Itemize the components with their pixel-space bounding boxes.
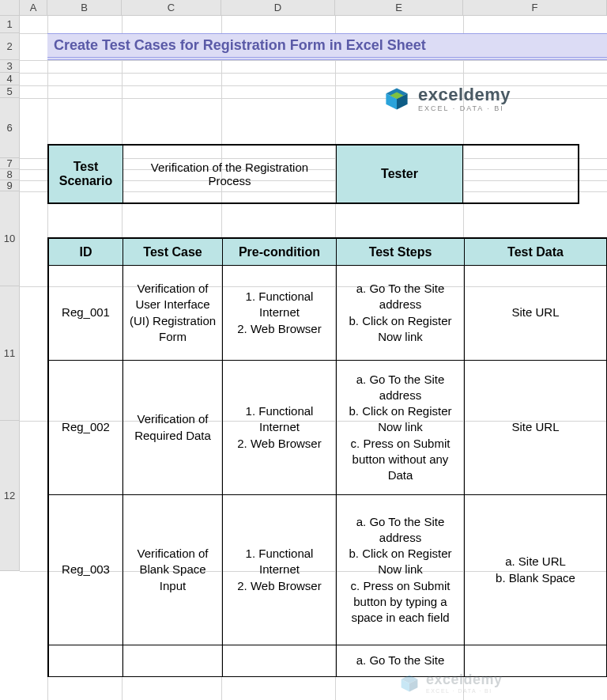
cell-id[interactable]: Reg_001	[49, 266, 123, 361]
col-id[interactable]: ID	[49, 239, 123, 266]
row-header-8[interactable]: 8	[0, 169, 20, 180]
brand-tagline: EXCEL · DATA · BI	[426, 688, 503, 694]
cell-steps[interactable]: a. Go To the Site address b. Click on Re…	[337, 495, 465, 645]
scenario-label: Test Scenario	[49, 146, 123, 202]
col-header-F[interactable]: F	[463, 0, 607, 16]
scenario-value[interactable]: Verification of the Registration Process	[123, 146, 337, 202]
row-headers: 123456789101112	[0, 16, 20, 571]
table-row: Reg_001Verification of User Interface (U…	[49, 266, 607, 361]
cube-icon	[383, 85, 410, 112]
cell-pre[interactable]: 1. Functional Internet 2. Web Browser	[223, 495, 337, 645]
row-header-4[interactable]: 4	[0, 73, 20, 85]
row-header-6[interactable]: 6	[0, 98, 20, 158]
cell-case[interactable]: Verification of User Interface (UI) Regi…	[123, 266, 223, 361]
watermark-logo: exceldemy EXCEL · DATA · BI	[399, 672, 503, 694]
tester-value[interactable]	[463, 146, 578, 202]
cell-data[interactable]: a. Site URL b. Blank Space	[465, 495, 607, 645]
row-header-9[interactable]: 9	[0, 180, 20, 191]
col-pre[interactable]: Pre-condition	[223, 239, 337, 266]
row-header-5[interactable]: 5	[0, 85, 20, 98]
sheet-title: Create Test Cases for Registration Form …	[47, 33, 607, 60]
col-header-C[interactable]: C	[122, 0, 221, 16]
testcase-table: ID Test Case Pre-condition Test Steps Te…	[47, 237, 607, 677]
row-header-2[interactable]: 2	[0, 33, 20, 60]
cell-id[interactable]: Reg_003	[49, 495, 123, 645]
col-data[interactable]: Test Data	[465, 239, 607, 266]
row-header-7[interactable]: 7	[0, 158, 20, 169]
tester-label: Tester	[337, 146, 463, 202]
col-header-B[interactable]: B	[47, 0, 122, 16]
brand-name: exceldemy	[426, 672, 503, 687]
cell-data[interactable]: Site URL	[465, 266, 607, 361]
brand-logo: exceldemy EXCEL · DATA · BI	[383, 85, 511, 112]
cell-pre[interactable]	[223, 645, 337, 677]
table-header-row: ID Test Case Pre-condition Test Steps Te…	[49, 239, 607, 266]
cell-case[interactable]: Verification of Blank Space Input	[123, 495, 223, 645]
col-steps[interactable]: Test Steps	[337, 239, 465, 266]
row-header-1[interactable]: 1	[0, 16, 20, 33]
cell-case[interactable]: Verification of Required Data	[123, 361, 223, 495]
table-row: Reg_002Verification of Required Data1. F…	[49, 361, 607, 495]
col-header-A[interactable]: A	[20, 0, 47, 16]
brand-name: exceldemy	[418, 86, 511, 104]
cell-id[interactable]	[49, 645, 123, 677]
table-row: a. Go To the Site	[49, 645, 607, 677]
col-case[interactable]: Test Case	[123, 239, 223, 266]
column-headers: ABCDEF	[20, 0, 607, 16]
row-header-10[interactable]: 10	[0, 191, 20, 286]
brand-tagline: EXCEL · DATA · BI	[418, 105, 511, 112]
cell-id[interactable]: Reg_002	[49, 361, 123, 495]
row-header-3[interactable]: 3	[0, 60, 20, 73]
cell-case[interactable]	[123, 645, 223, 677]
table-row: Reg_003Verification of Blank Space Input…	[49, 495, 607, 645]
cell-steps[interactable]: a. Go To the Site address b. Click on Re…	[337, 361, 465, 495]
cube-icon	[399, 673, 420, 694]
cell-pre[interactable]: 1. Functional Internet 2. Web Browser	[223, 266, 337, 361]
cell-data[interactable]: Site URL	[465, 361, 607, 495]
scenario-box: Test Scenario Verification of the Regist…	[47, 144, 579, 204]
col-header-E[interactable]: E	[335, 0, 463, 16]
worksheet-grid[interactable]: Create Test Cases for Registration Form …	[20, 16, 607, 700]
row-header-11[interactable]: 11	[0, 286, 20, 421]
cell-steps[interactable]: a. Go To the Site address b. Click on Re…	[337, 266, 465, 361]
cell-pre[interactable]: 1. Functional Internet 2. Web Browser	[223, 361, 337, 495]
select-all-corner[interactable]	[0, 0, 20, 16]
col-header-D[interactable]: D	[221, 0, 335, 16]
row-header-12[interactable]: 12	[0, 421, 20, 571]
